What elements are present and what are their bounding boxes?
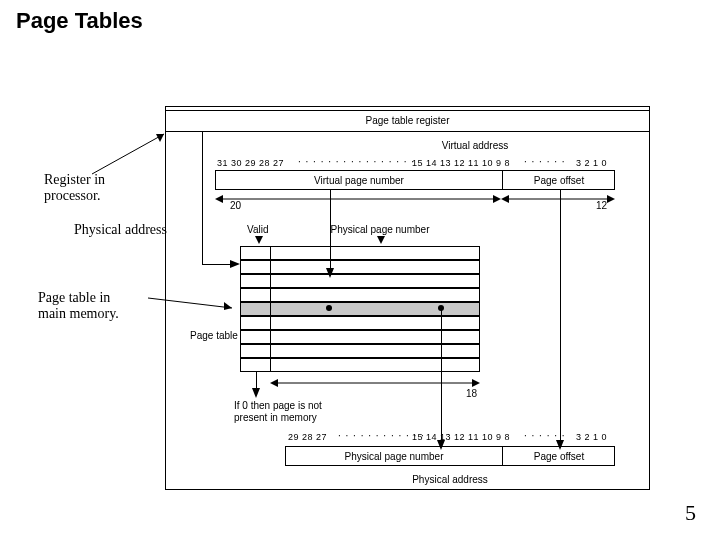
pa-divider bbox=[502, 447, 503, 465]
slide-number: 5 bbox=[685, 500, 696, 526]
page-offset-label-bottom: Page offset bbox=[534, 451, 584, 462]
page-offset-label-top: Page offset bbox=[534, 175, 584, 186]
svg-line-0 bbox=[92, 134, 164, 174]
physical-address-label: Physical address bbox=[412, 474, 488, 485]
svg-marker-8 bbox=[501, 195, 509, 203]
vpn-label: Virtual page number bbox=[314, 175, 404, 186]
vpn-width-label: 20 bbox=[230, 200, 241, 211]
if-zero-label: If 0 then page is not present in memory bbox=[234, 400, 322, 423]
bits-bottom-left: 29 28 27 bbox=[288, 432, 327, 442]
svg-marker-10 bbox=[230, 260, 240, 268]
ppn-label-bottom: Physical page number bbox=[345, 451, 444, 462]
dots-bottom-2: · · · · · · bbox=[524, 430, 566, 441]
annotation-physical-address: Physical address bbox=[74, 222, 167, 238]
bits-top-left: 31 30 29 28 27 bbox=[217, 158, 284, 168]
ptr-down-line bbox=[202, 132, 203, 264]
valid-label: Valid bbox=[247, 224, 269, 235]
page-title: Page Tables bbox=[16, 8, 143, 34]
valid-check-arrowhead bbox=[250, 388, 262, 400]
bits-top-mid: 15 14 13 12 11 10 9 8 bbox=[412, 158, 510, 168]
svg-marker-18 bbox=[472, 379, 480, 387]
svg-marker-6 bbox=[493, 195, 501, 203]
svg-marker-5 bbox=[215, 195, 223, 203]
offset-passthrough-line bbox=[560, 190, 561, 444]
svg-marker-17 bbox=[270, 379, 278, 387]
va-divider bbox=[502, 171, 503, 189]
vpn-width-arrow bbox=[215, 192, 501, 206]
svg-marker-9 bbox=[607, 195, 615, 203]
offset-width-label-top: 12 bbox=[596, 200, 607, 211]
svg-marker-3 bbox=[224, 302, 232, 310]
pte-index-dot bbox=[326, 305, 332, 311]
page-table-register-label: Page table register bbox=[366, 115, 450, 126]
svg-marker-13 bbox=[255, 236, 263, 244]
ppn-header-label: Physical page number bbox=[331, 224, 430, 235]
ppn-width-arrow bbox=[270, 376, 480, 390]
page-table-register-box: Page table register bbox=[165, 110, 650, 132]
physical-address-box: Physical page number Page offset bbox=[285, 446, 615, 466]
arrow-page-table bbox=[148, 288, 238, 312]
ppn-width-label: 18 bbox=[466, 388, 477, 399]
ppn-header-arrow bbox=[376, 236, 386, 246]
bits-top-right: 3 2 1 0 bbox=[576, 158, 607, 168]
page-table bbox=[240, 246, 480, 372]
virtual-address-label: Virtual address bbox=[442, 140, 509, 151]
bits-bottom-right: 3 2 1 0 bbox=[576, 432, 607, 442]
annotation-page-table-memory: Page table in main memory. bbox=[38, 290, 119, 322]
virtual-address-box: Virtual page number Page offset bbox=[215, 170, 615, 190]
arrow-register bbox=[92, 130, 172, 180]
dots-top-1: · · · · · · · · · · · · · · · · bbox=[298, 156, 415, 167]
dots-top-2: · · · · · · bbox=[524, 156, 566, 167]
svg-line-2 bbox=[148, 298, 232, 308]
bits-bottom-mid: 15 14 13 12 11 10 9 8 bbox=[412, 432, 510, 442]
svg-marker-19 bbox=[252, 388, 260, 398]
svg-marker-14 bbox=[377, 236, 385, 244]
valid-header-arrow bbox=[254, 236, 264, 246]
page-table-side-label: Page table bbox=[190, 330, 238, 341]
